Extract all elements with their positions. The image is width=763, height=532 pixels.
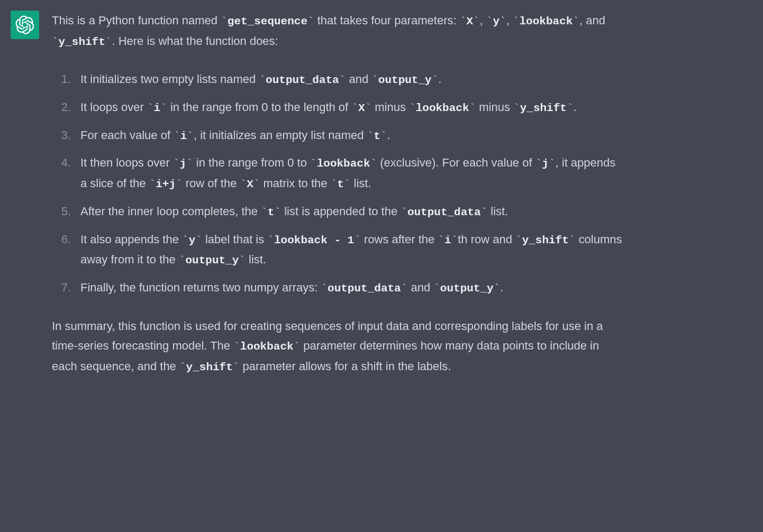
text-segment: in the range from 0 to the length of bbox=[167, 100, 352, 114]
inline-code: `y_shift` bbox=[179, 361, 239, 373]
list-item: It initializes two empty lists named `ou… bbox=[52, 69, 623, 90]
inline-code: `get_sequence` bbox=[221, 15, 314, 27]
inline-code: `i` bbox=[438, 234, 458, 246]
inline-code: `lookback` bbox=[310, 158, 377, 170]
inline-code: `lookback` bbox=[513, 15, 579, 27]
inline-code: `X` bbox=[460, 15, 480, 27]
text-segment: row of the bbox=[183, 177, 240, 190]
inline-code: `j` bbox=[173, 158, 193, 170]
list-item: It loops over `i` in the range from 0 to… bbox=[52, 97, 623, 118]
inline-code: `t` bbox=[331, 178, 351, 190]
steps-list: It initializes two empty lists named `ou… bbox=[52, 69, 623, 298]
list-item: Finally, the function returns two numpy … bbox=[52, 278, 623, 298]
inline-code: `y_shift` bbox=[515, 234, 575, 246]
intro-text: , bbox=[480, 14, 486, 27]
text-segment: matrix to the bbox=[260, 177, 330, 190]
text-segment: . bbox=[438, 72, 441, 86]
inline-code: `i` bbox=[174, 130, 194, 142]
text-segment: It loops over bbox=[80, 100, 147, 114]
inline-code: `X` bbox=[351, 102, 371, 114]
intro-text: This is a Python function named bbox=[52, 14, 221, 27]
text-segment: , it initializes an empty list named bbox=[194, 129, 367, 142]
summary-paragraph: In summary, this function is used for cr… bbox=[52, 316, 623, 377]
text-segment: list. bbox=[246, 253, 266, 266]
text-segment: . bbox=[574, 100, 577, 114]
text-segment: label that is bbox=[202, 233, 268, 246]
text-segment: (exclusive). For each value of bbox=[377, 156, 535, 169]
inline-code: `y` bbox=[182, 234, 202, 246]
inline-code: `j` bbox=[535, 158, 556, 170]
list-item: It then loops over `j` in the range from… bbox=[52, 153, 623, 194]
text-segment: in the range from 0 to bbox=[193, 156, 310, 169]
text-segment: It initializes two empty lists named bbox=[80, 72, 259, 86]
text-segment: and bbox=[346, 72, 371, 86]
text-segment: After the inner loop completes, the bbox=[80, 205, 261, 218]
inline-code: `i+j` bbox=[149, 178, 183, 190]
inline-code: `output_y` bbox=[371, 74, 438, 86]
text-segment: It then loops over bbox=[80, 156, 173, 169]
list-item: For each value of `i`, it initializes an… bbox=[52, 125, 623, 146]
text-segment: parameter allows for a shift in the labe… bbox=[239, 360, 451, 373]
message-content: This is a Python function named `get_seq… bbox=[52, 11, 644, 377]
text-segment: list. bbox=[350, 177, 371, 190]
inline-code: `y_shift` bbox=[513, 102, 573, 114]
intro-paragraph: This is a Python function named `get_seq… bbox=[52, 11, 623, 51]
text-segment: list is appended to the bbox=[281, 205, 401, 218]
inline-code: `X` bbox=[240, 178, 260, 190]
inline-code: `output_y` bbox=[179, 254, 246, 267]
text-segment: . bbox=[387, 129, 390, 142]
intro-text: that takes four parameters: bbox=[314, 14, 460, 27]
inline-code: `output_data` bbox=[259, 74, 346, 86]
text-segment: minus bbox=[476, 100, 513, 114]
text-segment: rows after the bbox=[361, 233, 438, 246]
text-segment: and bbox=[407, 281, 433, 294]
text-segment: th row and bbox=[458, 233, 515, 246]
inline-code: `t` bbox=[261, 206, 281, 218]
inline-code: `lookback` bbox=[233, 341, 300, 353]
inline-code: `t` bbox=[367, 130, 387, 142]
intro-text: , and bbox=[579, 14, 605, 27]
list-item: It also appends the `y` label that is `l… bbox=[52, 230, 623, 270]
text-segment: . bbox=[500, 281, 503, 294]
inline-code: `y_shift` bbox=[52, 36, 112, 48]
assistant-avatar bbox=[11, 11, 39, 39]
inline-code: `i` bbox=[147, 102, 167, 114]
text-segment: It also appends the bbox=[80, 233, 182, 246]
assistant-message: This is a Python function named `get_seq… bbox=[0, 0, 763, 387]
intro-text: . Here is what the function does: bbox=[112, 34, 278, 48]
inline-code: `output_data` bbox=[401, 206, 487, 218]
intro-text: , bbox=[506, 14, 513, 27]
text-segment: list. bbox=[487, 205, 508, 218]
inline-code: `lookback - 1` bbox=[267, 234, 360, 246]
inline-code: `y` bbox=[486, 15, 506, 27]
inline-code: `output_data` bbox=[321, 282, 407, 295]
text-segment: For each value of bbox=[80, 129, 174, 142]
inline-code: `lookback` bbox=[409, 102, 476, 114]
list-item: After the inner loop completes, the `t` … bbox=[52, 201, 623, 222]
text-segment: minus bbox=[371, 100, 409, 114]
chatgpt-logo-icon bbox=[15, 15, 34, 34]
text-segment: Finally, the function returns two numpy … bbox=[80, 281, 321, 294]
inline-code: `output_y` bbox=[433, 282, 500, 295]
